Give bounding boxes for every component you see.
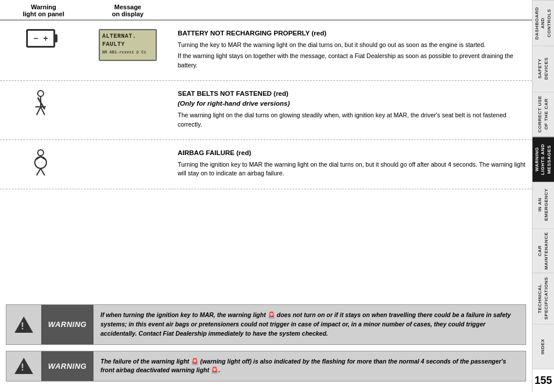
seatbelt-display-col: [81, 87, 174, 92]
warning-text-1: If when turning the ignition key to MAR,…: [93, 305, 526, 344]
table-row: − + ALTERNAT. FAULTY NR AB1-rcxvxi @ Ci …: [0, 20, 532, 81]
warning-boxes: WARNING If when turning the ignition key…: [0, 300, 532, 392]
airbag-icon: [28, 149, 53, 177]
table-row: SEAT BELTS NOT FASTENED (red) (Only for …: [0, 81, 532, 140]
battery-icon: − +: [26, 29, 55, 48]
warning-triangle-icon-2: [15, 358, 33, 374]
battery-description: BATTERY NOT RECHARGING PROPERLY (red) Tu…: [174, 26, 532, 74]
page-number: 155: [533, 369, 554, 392]
header-desc: [174, 3, 532, 17]
table-row: AIRBAG FAILURE (red) Turning the ignitio…: [0, 140, 532, 189]
sidebar-tab-dashboard[interactable]: DASHBOARDAND CONTROLS: [533, 0, 554, 45]
main-content: Warninglight on panel Messageon display …: [0, 0, 532, 392]
lcd-display-col: ALTERNAT. FAULTY NR AB1-rcxvxi @ Ci: [81, 26, 174, 64]
battery-p2: If the warning light stays on together w…: [178, 52, 526, 69]
airbag-p1: Turning the ignition key to MAR the warn…: [178, 160, 526, 178]
lcd-line-2: FAULTY: [102, 41, 125, 49]
battery-minus: −: [33, 34, 38, 43]
warning-label-text-2: WARNING: [48, 362, 87, 371]
lcd-line-1: ALTERNAT.: [102, 33, 136, 41]
svg-line-12: [41, 168, 45, 175]
warning-box-1: WARNING If when turning the ignition key…: [6, 304, 526, 344]
lcd-small: NR AB1-rcxvxi @ Ci: [102, 50, 146, 55]
seatbelt-title: SEAT BELTS NOT FASTENED (red) (Only for …: [178, 89, 526, 109]
airbag-description: AIRBAG FAILURE (red) Turning the ignitio…: [174, 146, 532, 183]
airbag-title: AIRBAG FAILURE (red): [178, 148, 526, 158]
warning-label-1: WARNING: [41, 305, 93, 344]
lcd-display: ALTERNAT. FAULTY NR AB1-rcxvxi @ Ci: [99, 29, 157, 61]
svg-point-0: [38, 91, 44, 96]
sidebar-tab-warning[interactable]: WARNINGLIGHTS ANDMESSAGES: [533, 136, 554, 182]
warning-triangle-icon: [15, 317, 33, 333]
sidebar-tab-technical[interactable]: TECHNICALSPECIFICATIONS: [533, 273, 554, 323]
content-area: − + ALTERNAT. FAULTY NR AB1-rcxvxi @ Ci …: [0, 20, 532, 300]
seatbelt-p1: The warning light on the dial turns on g…: [178, 111, 526, 128]
battery-p1: Turning the key to MAR the warning light…: [178, 41, 526, 49]
sidebar-tab-maintenance[interactable]: CARMAINTENANCE: [533, 228, 554, 273]
sidebar-tab-emergency[interactable]: IN ANEMERGENCY: [533, 182, 554, 227]
seatbelt-icon-col: [0, 87, 81, 120]
svg-line-11: [37, 168, 41, 175]
sidebar-tab-index[interactable]: INDEX: [533, 323, 554, 369]
header-row: Warninglight on panel Messageon display: [0, 0, 532, 20]
sidebar-tab-correct-use[interactable]: CORRECT USEOF THE CAR: [533, 91, 554, 136]
warning-text-2: The failure of the warning light 🚨 (warn…: [93, 351, 526, 382]
warning-triangle-1: [6, 305, 41, 344]
header-message: Messageon display: [81, 3, 174, 17]
warning-label-text-1: WARNING: [48, 320, 87, 329]
airbag-display-col: [81, 146, 174, 152]
battery-title: BATTERY NOT RECHARGING PROPERLY (red): [178, 28, 526, 38]
battery-warning-icon-col: − +: [0, 26, 81, 51]
warning-box-2: WARNING The failure of the warning light…: [6, 351, 526, 382]
battery-plus: +: [43, 34, 48, 43]
warning-label-2: WARNING: [41, 351, 93, 382]
svg-line-4: [37, 107, 41, 115]
sidebar-tab-safety[interactable]: SAFETYDEVICES: [533, 45, 554, 91]
right-sidebar: DASHBOARDAND CONTROLS SAFETYDEVICES CORR…: [532, 0, 554, 392]
airbag-icon-col: [0, 146, 81, 179]
seatbelt-icon: [28, 89, 53, 117]
warning-triangle-2: [6, 351, 41, 382]
svg-point-7: [35, 157, 46, 168]
header-warning: Warninglight on panel: [0, 3, 81, 17]
seatbelt-description: SEAT BELTS NOT FASTENED (red) (Only for …: [174, 87, 532, 134]
svg-point-6: [38, 150, 44, 156]
